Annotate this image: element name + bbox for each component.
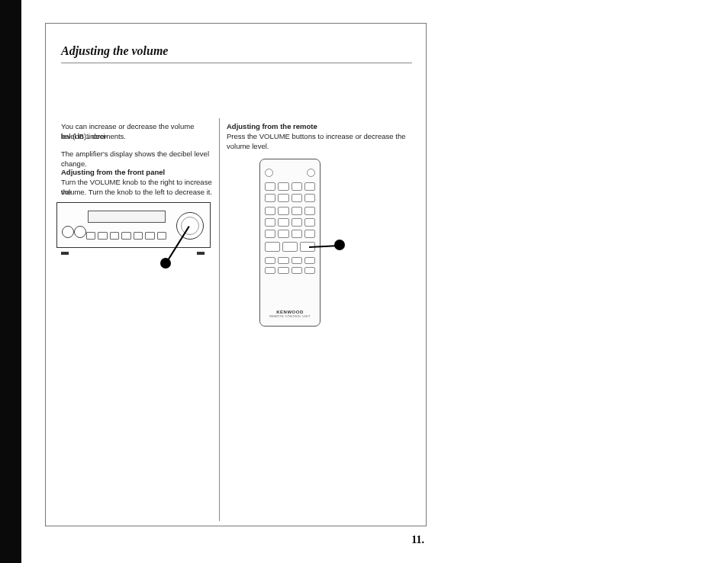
remote-body2: volume level. xyxy=(227,142,417,152)
page-title: Adjusting the volume xyxy=(61,44,168,58)
intro-text-line2: bel (dB) increments. xyxy=(61,132,210,142)
remote-body1: Press the VOLUME buttons to increase or … xyxy=(227,132,417,142)
front-panel-body2: volume. Turn the knob to the left to dec… xyxy=(61,188,214,198)
amplifier-illustration xyxy=(56,202,209,251)
volume-knob-icon xyxy=(176,212,204,240)
remote-heading: Adjusting from the remote xyxy=(227,122,317,132)
volume-button-icon xyxy=(265,242,280,252)
title-underline xyxy=(61,63,412,63)
front-panel-heading: Adjusting from the front panel xyxy=(61,168,165,178)
remote-sub-label: REMOTE CONTROL UNIT xyxy=(260,314,320,318)
page-border xyxy=(45,23,427,526)
remote-illustration: KENWOOD REMOTE CONTROL UNIT xyxy=(259,159,321,327)
column-divider xyxy=(219,118,220,521)
remote-callout-dot xyxy=(334,240,345,250)
intro-text-line3: The amplifier's display shows the decibe… xyxy=(61,150,210,169)
amp-callout-dot xyxy=(160,258,171,269)
page-number: 11. xyxy=(411,534,424,546)
scan-dark-edge xyxy=(0,0,21,563)
